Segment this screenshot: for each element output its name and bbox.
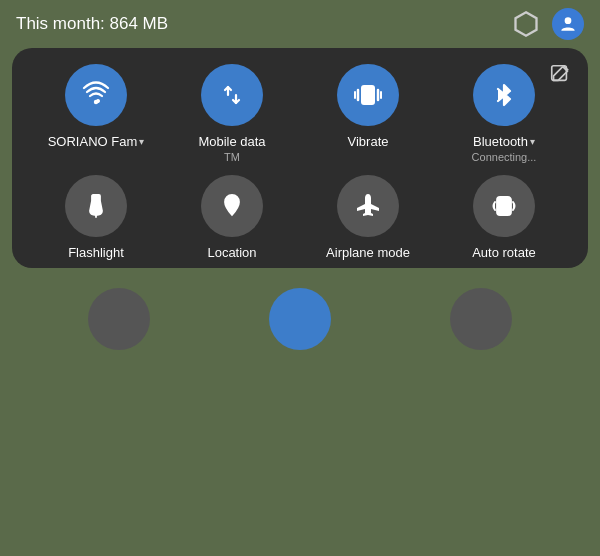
qs-bluetooth[interactable]: Bluetooth ▾ Connecting...: [447, 64, 562, 163]
qs-autorotate-circle: [473, 175, 535, 237]
qs-bottom-2[interactable]: [242, 288, 357, 358]
qs-autorotate[interactable]: Auto rotate: [447, 175, 562, 261]
qs-mobiledata-sublabel: TM: [224, 151, 240, 163]
qs-location[interactable]: Location: [175, 175, 290, 261]
qs-bottom-circle-3: [450, 288, 512, 350]
qs-flashlight[interactable]: Flashlight: [39, 175, 154, 261]
svg-point-4: [94, 100, 98, 104]
svg-marker-0: [516, 12, 537, 35]
qs-mobiledata-circle: [201, 64, 263, 126]
qs-mobiledata[interactable]: Mobile data TM: [175, 64, 290, 163]
data-usage-text: This month: 864 MB: [16, 14, 168, 34]
status-bar: This month: 864 MB: [0, 0, 600, 48]
qs-airplanemode-circle: [337, 175, 399, 237]
qs-bluetooth-sublabel: Connecting...: [472, 151, 537, 163]
qs-wifi-label: SORIANO Fam: [48, 134, 138, 150]
qs-bluetooth-label-container: Bluetooth ▾: [473, 134, 535, 150]
qs-airplanemode[interactable]: Airplane mode: [311, 175, 426, 261]
qs-bluetooth-label: Bluetooth: [473, 134, 528, 150]
user-avatar-icon[interactable]: [552, 8, 584, 40]
svg-point-1: [565, 17, 572, 24]
quick-settings-row-1: SORIANO Fam ▾ Mobile data TM: [28, 64, 572, 171]
quick-settings-panel: SORIANO Fam ▾ Mobile data TM: [12, 48, 588, 268]
qs-bluetooth-circle: [473, 64, 535, 126]
edit-icon[interactable]: [548, 62, 572, 86]
qs-bottom-1[interactable]: [61, 288, 176, 358]
qs-bluetooth-arrow: ▾: [530, 136, 535, 147]
qs-vibrate-circle: [337, 64, 399, 126]
qs-wifi-arrow: ▾: [139, 136, 144, 147]
qs-bottom-circle-2: [269, 288, 331, 350]
qs-location-label: Location: [207, 245, 256, 261]
qs-autorotate-label: Auto rotate: [472, 245, 536, 261]
qs-location-circle: [201, 175, 263, 237]
qs-flashlight-circle: [65, 175, 127, 237]
quick-settings-row-3-partial: [0, 276, 600, 358]
qs-vibrate-label: Vibrate: [348, 134, 389, 150]
qs-bottom-3[interactable]: [424, 288, 539, 358]
qs-vibrate[interactable]: Vibrate: [311, 64, 426, 150]
svg-point-17: [229, 199, 235, 205]
svg-point-16: [94, 206, 98, 210]
qs-wifi-circle: [65, 64, 127, 126]
hexagon-icon[interactable]: [510, 8, 542, 40]
qs-wifi[interactable]: SORIANO Fam ▾: [39, 64, 154, 150]
qs-flashlight-label: Flashlight: [68, 245, 124, 261]
status-bar-icons: [510, 8, 584, 40]
quick-settings-row-2: Flashlight Location Airplane mode: [28, 175, 572, 269]
qs-bottom-circle-1: [88, 288, 150, 350]
qs-wifi-label-container: SORIANO Fam ▾: [48, 134, 145, 150]
qs-mobiledata-label: Mobile data: [198, 134, 265, 150]
qs-airplanemode-label: Airplane mode: [326, 245, 410, 261]
